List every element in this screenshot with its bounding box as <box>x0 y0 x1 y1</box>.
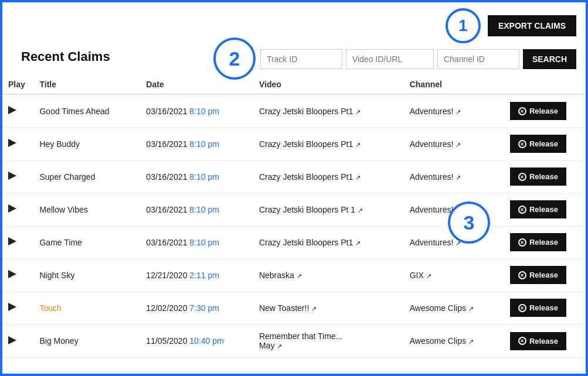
channel-cell: GIX ↗︎ <box>404 259 504 292</box>
track-title: Big Money <box>39 336 78 346</box>
table-row: Big Money11/05/2020 10:40 pmRemember tha… <box>2 324 586 358</box>
external-link-icon: ↗︎ <box>355 240 361 247</box>
channel-external-icon: ↗︎ <box>456 141 461 148</box>
play-icon <box>8 106 16 114</box>
play-icon <box>8 139 16 147</box>
badge-2: 2 <box>213 37 256 80</box>
play-button[interactable] <box>8 270 16 280</box>
release-icon <box>518 238 526 247</box>
play-cell <box>2 226 33 259</box>
track-title: Touch <box>39 303 61 313</box>
track-title: Mellow Vibes <box>39 205 87 214</box>
channel-external-icon: ↗︎ <box>468 338 474 345</box>
external-link-icon: ↗︎ <box>297 272 302 279</box>
col-header-video: Video <box>253 75 404 94</box>
track-title: Night Sky <box>39 271 74 280</box>
title-cell: Game Time <box>33 226 140 259</box>
play-cell <box>2 259 33 292</box>
release-button[interactable]: Release <box>510 233 566 251</box>
play-icon <box>8 303 16 311</box>
action-cell: Release <box>504 324 586 358</box>
channel-cell: Awesome Clips ↗︎ <box>404 324 504 358</box>
track-title: Hey Buddy <box>39 139 79 149</box>
play-button[interactable] <box>8 204 16 214</box>
release-button[interactable]: Release <box>510 299 566 317</box>
table-row: Super Charged03/16/2021 8:10 pmCrazy Jet… <box>2 160 586 193</box>
channel-cell: Awesome Clips ↗︎ <box>404 292 504 324</box>
action-cell: Release <box>504 193 586 226</box>
date-value: 03/16/2021 8:10 pm <box>146 172 219 182</box>
track-title: Good Times Ahead <box>39 107 109 116</box>
play-button[interactable] <box>8 303 16 313</box>
action-cell: Release <box>504 259 586 292</box>
track-title: Game Time <box>39 238 81 247</box>
release-label: Release <box>529 238 558 247</box>
video-cell: Remember that Time...May ↗︎ <box>253 324 404 358</box>
date-value: 03/16/2021 8:10 pm <box>146 107 219 116</box>
release-button[interactable]: Release <box>510 266 566 284</box>
col-header-title: Title <box>33 75 140 94</box>
date-value: 03/16/2021 8:10 pm <box>146 205 219 214</box>
badge-3: 3 <box>448 201 490 244</box>
release-icon <box>518 173 526 181</box>
release-label: Release <box>529 337 558 346</box>
action-cell: Release <box>504 160 586 193</box>
play-icon <box>8 204 16 213</box>
title-cell: Big Money <box>33 324 140 358</box>
export-claims-button[interactable]: EXPORT CLAIMS <box>488 15 576 36</box>
video-id-input[interactable] <box>346 49 434 69</box>
title-cell: Hey Buddy <box>33 128 140 160</box>
action-cell: Release <box>504 128 586 160</box>
title-cell: Touch <box>33 292 140 324</box>
channel-cell: Adventures! ↗︎ <box>404 160 504 193</box>
video-cell: Nebraska ↗︎ <box>253 259 404 292</box>
video-cell: Crazy Jetski Bloopers Pt1 ↗︎ <box>253 94 404 128</box>
release-button[interactable]: Release <box>510 102 566 120</box>
play-cell <box>2 292 33 324</box>
date-value: 03/16/2021 8:10 pm <box>146 238 219 247</box>
title-cell: Mellow Vibes <box>33 193 140 226</box>
date-value: 03/16/2021 8:10 pm <box>146 139 219 149</box>
release-label: Release <box>529 139 558 148</box>
play-button[interactable] <box>8 139 16 149</box>
play-icon <box>8 336 16 344</box>
channel-cell: Adventures! ↗︎ <box>404 128 504 160</box>
table-row: Mellow Vibes03/16/2021 8:10 pmCrazy Jets… <box>2 193 586 226</box>
external-link-icon: ↗︎ <box>355 141 361 148</box>
date-cell: 12/21/2020 2:11 pm <box>140 259 253 292</box>
play-cell <box>2 324 33 358</box>
search-button[interactable]: SEARCH <box>523 49 576 69</box>
channel-id-input[interactable] <box>437 49 519 69</box>
play-cell <box>2 94 33 128</box>
release-button[interactable]: Release <box>510 135 566 153</box>
play-button[interactable] <box>8 106 16 116</box>
release-button[interactable]: Release <box>510 332 566 350</box>
release-button[interactable]: Release <box>510 200 566 218</box>
date-cell: 03/16/2021 8:10 pm <box>140 94 253 128</box>
release-icon <box>518 304 526 312</box>
release-icon <box>518 271 526 279</box>
channel-external-icon: ↗︎ <box>456 174 461 181</box>
external-link-icon: ↗︎ <box>277 343 282 350</box>
external-link-icon: ↗︎ <box>355 174 361 181</box>
date-cell: 03/16/2021 8:10 pm <box>140 128 253 160</box>
col-header-play: Play <box>2 75 33 94</box>
video-cell: New Toaster!! ↗︎ <box>253 292 404 324</box>
track-title: Super Charged <box>39 172 95 182</box>
channel-external-icon: ↗︎ <box>468 305 474 312</box>
track-id-input[interactable] <box>260 49 342 69</box>
play-button[interactable] <box>8 336 16 346</box>
release-icon <box>518 337 526 345</box>
date-cell: 11/05/2020 10:40 pm <box>140 324 253 358</box>
play-icon <box>8 270 16 278</box>
play-button[interactable] <box>8 237 16 247</box>
external-link-icon: ↗︎ <box>355 108 361 115</box>
play-cell <box>2 128 33 160</box>
title-cell: Night Sky <box>33 259 140 292</box>
page-title: Recent Claims <box>12 49 120 69</box>
play-button[interactable] <box>8 172 16 182</box>
action-cell: Release <box>504 226 586 259</box>
video-cell: Crazy Jetski Bloopers Pt1 ↗︎ <box>253 160 404 193</box>
release-button[interactable]: Release <box>510 168 566 186</box>
date-value: 11/05/2020 10:40 pm <box>146 336 223 346</box>
